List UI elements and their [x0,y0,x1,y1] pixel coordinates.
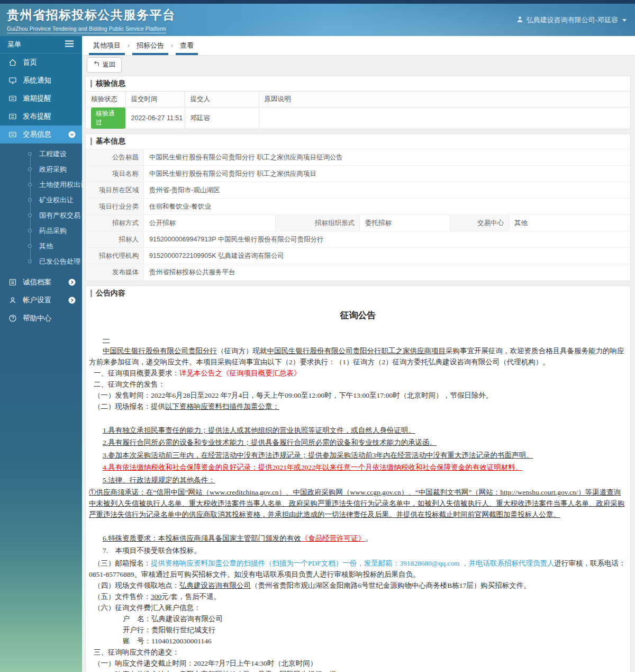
user-menu[interactable]: 弘典建设咨询有限公司-邓廷容 [516,15,627,25]
field-label: 项目名称 [86,166,144,182]
column-header: 提交时间 [125,92,185,107]
text-segment: 一 [103,336,110,344]
announcement-paragraph: （三）邮箱报名：提供资格响应资料加盖公章的扫描件（扫描为一个PDF文档）一份，发… [89,558,627,580]
sidebar-item-label: 发布提醒 [23,112,51,121]
text-segment: 中国民生银行股份有限公司贵阳分行 [103,347,217,355]
text-segment: （六）征询文件费汇入账户信息： [94,604,201,612]
sidebar-item-label: 交易信息 [23,130,51,139]
table-row: 公告标题 中国民生银行股份有限公司贵阳分行 职工之家供应商项目征询公告 [86,149,630,166]
monitor-icon [8,76,17,85]
text-segment: 弘典建设咨询有限公司 [179,581,251,589]
breadcrumb-item[interactable]: 其他项目 [89,36,125,55]
text-segment: 贵阳市高新区长岭南路33号天一国际民生银行21楼 [179,670,337,672]
sidebar-item-home[interactable]: 首页 [0,53,82,71]
sidebar-item-label: 帐户设置 [23,295,51,305]
text-segment: 三、征询响应文件的递交： [94,648,179,656]
sidebar-menu-header[interactable]: 菜单 [0,36,82,53]
sidebar-subitem-state-owned-property[interactable]: 国有产权交易 [0,208,82,223]
announcement-paragraph: 二、征询文件的发售： [89,379,627,390]
breadcrumb-separator: › [168,36,176,55]
sidebar-item-publish-reminder[interactable]: 发布提醒 [0,107,82,126]
breadcrumb-separator: › [125,36,132,55]
text-segment: 《食品经营许可证》 [301,534,366,542]
sidebar-subitem-published-announcements[interactable]: 已发公告处理 [0,254,82,269]
text-segment: （一）发售时间：2022年6月28日至2022 年7月4日，每天上午09:00至… [94,391,493,399]
text-segment: 5.法律、行政法规规定的其他条件： [103,476,215,484]
sidebar-item-system-notice[interactable]: 系统通知 [0,71,82,89]
sidebar-item-label: 帮助中心 [23,313,51,323]
sidebar-subitem-land-use-rights[interactable]: 土地使用权出让 [0,177,82,192]
announcement-paragraph: （一）发售时间：2022年6月28日至2022 年7月4日，每天上午09:00至… [89,390,627,401]
sidebar-item-account-settings[interactable]: 帐户设置 [0,291,82,309]
announcement-paragraph: 5.法律、行政法规规定的其他条件： [89,474,627,486]
announcement-paragraph: （二）现场报名：提供以下资格响应资料扫描件加盖公章： [89,401,627,412]
sidebar-subitem-government-procurement[interactable]: 政府采购 [0,162,82,177]
sidebar-item-overdue-reminder[interactable]: 逾期提醒 [0,89,82,107]
sidebar-subitem-other[interactable]: 其他 [0,238,82,254]
reason [259,107,630,129]
column-header: 核验状态 [86,92,125,107]
text-segment: 提供资格响应资料加盖公章的扫描件（扫描为一个PDF文档）一份，发至邮箱：3918… [151,559,554,567]
text-segment: （贵州省贵阳市观山湖区金阳南路6号世纪金源购物中心商务楼B栋17层）购买招标文件… [251,581,531,589]
main-content: 其他项目›招标公告›查看 返回 核验信息 核验状态 提交时间 提交人 原因说明 [82,36,635,672]
sidebar-item-label: 系统通知 [23,76,51,85]
question-icon [8,314,17,322]
breadcrumb-item[interactable]: 招标公告 [132,36,168,55]
verification-table: 核验状态 提交时间 提交人 原因说明 核验通过 2022-06-27 11:51… [86,91,630,129]
field-label: 交易中心 [450,215,509,231]
announcement-paragraph: 开户行：贵阳银行世纪城支行 [89,624,627,635]
announcement-paragraph: 账 号：11040120030001146 [89,635,627,647]
text-segment: （一）响应文件递交截止时间：2022年7月7日上午14:30时（北京时间） [94,659,317,667]
field-label: 招标组织形式 [275,215,360,231]
text-segment: 详见本公告之《征询项目概要汇总表》 [179,369,301,377]
menu-label: 菜单 [7,40,21,49]
sidebar-item-credit-archive[interactable]: 诚信档案 [0,273,82,291]
table-row: 发布媒体 贵州省招标投标公共服务平台 [86,264,630,281]
breadcrumb-item[interactable]: 查看 [176,36,198,55]
sidebar-subitem-mining-rights[interactable]: 矿业权出让 [0,192,82,208]
platform-subtitle: GuiZhou Province Tendering and Bidding P… [7,26,166,33]
table-row: 项目名称 中国民生银行股份有限公司贵阳分行 职工之家供应商项目 [86,166,630,182]
text-segment: 开户行：贵阳银行世纪城支行 [123,626,216,634]
table-row: 招标代理机构 91520000722109905K 弘典建设咨询有限公司 [86,248,630,264]
table-row: 项目行业分类 住宿和餐饮业-餐饮业 [86,199,630,215]
text-segment: （三）邮箱报名： [94,559,151,567]
announcement-body: 征询公告 一中国民生银行股份有限公司贵阳分行（征询方）现就中国民生银行股份有限公… [86,301,630,672]
submitter: 邓廷容 [185,107,259,129]
table-row: 招标人 91520000069947913P 中国民生银行股份有限公司贵阳分行 [86,231,630,248]
announcement-paragraph: 中国民生银行股份有限公司贵阳分行（征询方）现就中国民生银行股份有限公司贵阳分行职… [89,345,627,368]
announcement-paragraph: （五）文件售价：300元/套，售后不退。 [89,591,627,602]
chevron-down-circle-icon [68,131,76,138]
basic-info-section: 基本信息 公告标题 中国民生银行股份有限公司贵阳分行 职工之家供应商项目征询公告… [85,133,631,281]
announcement-paragraph: 1.具有独立承担民事责任的能力；提供法人或其他组织的营业执照等证明文件，或自然人… [89,425,627,436]
back-icon [93,60,100,69]
sidebar-subitem-project-construction[interactable]: 工程建设 [0,146,82,162]
text-segment: （二）响应文件递交地点： [94,670,179,672]
announcement-paragraph: 7. 本项目不接受联合体投标。 [89,545,627,556]
text-segment: 300 [151,593,161,601]
platform-title: 贵州省招标投标公共服务平台 [7,7,176,23]
announcement-paragraph: （一）响应文件递交截止时间：2022年7月7日上午14:30时（北京时间） [89,658,627,669]
back-button[interactable]: 返回 [87,57,122,73]
text-segment: 中国民生银行股份有限公司贵阳分行职工之家供应商项目 [267,347,446,355]
folder-icon [8,130,17,139]
announcement-paragraph: 一 [89,334,627,345]
field-value: 委托招标 [360,215,450,231]
column-header: 提交人 [185,92,259,107]
field-value: 公开招标 [144,215,275,231]
field-label: 招标方式 [86,215,144,231]
paragraph-spacer [89,412,627,423]
hamburger-icon[interactable] [65,40,74,49]
verification-section: 核验信息 核验状态 提交时间 提交人 原因说明 核验通过 2022-0 [85,76,631,129]
field-value: 91520000069947913P 中国民生银行股份有限公司贵阳分行 [144,231,630,247]
text-segment: （二）现场报名：提供 [94,402,165,410]
field-label: 项目行业分类 [86,199,144,214]
announcement-paragraph: （二）响应文件递交地点：贵阳市高新区长岭南路33号天一国际民生银行21楼 [89,669,627,672]
sidebar: 菜单 首页系统通知逾期提醒发布提醒交易信息 工程建设政府采购土地使用权出让矿业权… [0,36,82,672]
sidebar-item-help-center[interactable]: 帮助中心 [0,309,82,327]
field-label: 招标代理机构 [86,248,144,264]
text-segment: 户 名：弘典建设咨询有限公司 [123,615,223,623]
sidebar-subitem-drug-procurement[interactable]: 药品采购 [0,223,82,238]
sidebar-item-trade-info[interactable]: 交易信息 [0,126,82,144]
sidebar-item-label: 首页 [23,58,37,67]
